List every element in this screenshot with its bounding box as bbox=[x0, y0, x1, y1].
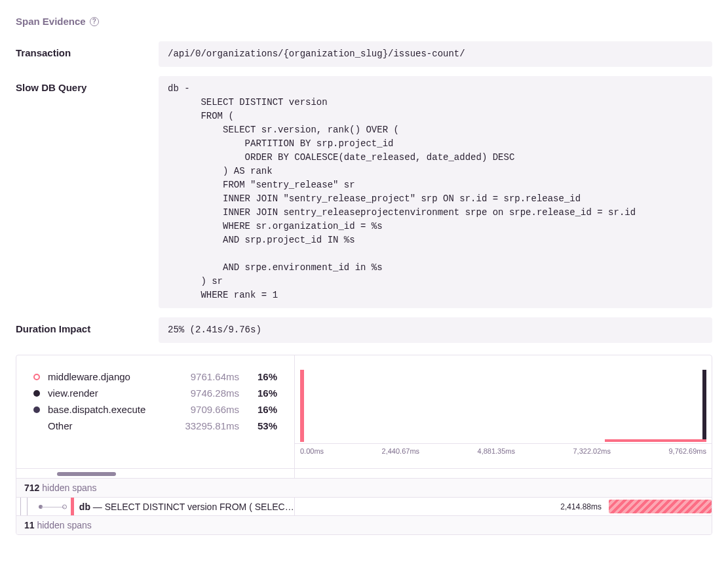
scrollbar-track[interactable] bbox=[16, 469, 295, 478]
hidden-label: hidden spans bbox=[35, 520, 92, 530]
legend-duration: 9746.28ms bbox=[167, 387, 239, 399]
field-value-transaction[interactable]: /api/0/organizations/{organization_slug}… bbox=[159, 41, 712, 67]
legend-item[interactable]: middleware.django 9761.64ms 16% bbox=[33, 371, 277, 382]
section-title: Span Evidence bbox=[16, 16, 86, 27]
chart-area bbox=[300, 370, 706, 442]
scrollbar-thumb[interactable] bbox=[57, 472, 116, 476]
legend-name: middleware.django bbox=[48, 371, 167, 382]
hidden-count: 712 bbox=[24, 483, 39, 493]
legend-dot-icon bbox=[33, 374, 40, 380]
axis-tick: 7,322.02ms bbox=[573, 447, 611, 455]
field-transaction: Transaction /api/0/organizations/{organi… bbox=[16, 41, 712, 67]
axis-tick: 4,881.35ms bbox=[478, 447, 515, 455]
span-row-right: 2,414.88ms bbox=[295, 498, 712, 515]
axis-tick: 9,762.69ms bbox=[668, 447, 706, 455]
field-label-slow-db: Slow DB Query bbox=[16, 76, 159, 93]
span-tree-icon bbox=[20, 498, 71, 515]
legend-duration: 33295.81ms bbox=[167, 420, 239, 431]
legend-name: Other bbox=[48, 420, 167, 431]
legend-item[interactable]: Other 33295.81ms 53% bbox=[33, 420, 277, 431]
axis-tick: 2,440.67ms bbox=[382, 447, 419, 455]
hidden-label: hidden spans bbox=[39, 483, 96, 493]
legend-percent: 16% bbox=[251, 387, 277, 399]
section-header: Span Evidence ? bbox=[16, 16, 712, 27]
field-label-transaction: Transaction bbox=[16, 41, 159, 58]
chart-panel[interactable]: 0.00ms 2,440.67ms 4,881.35ms 7,322.02ms … bbox=[295, 355, 712, 468]
span-duration: 2,414.88ms bbox=[560, 502, 602, 511]
legend-dot-icon bbox=[33, 390, 40, 397]
field-slow-db-query: Slow DB Query db - SELECT DISTINCT versi… bbox=[16, 76, 712, 308]
field-value-duration-impact[interactable]: 25% (2.41s/9.76s) bbox=[159, 317, 712, 343]
legend-duration: 9709.66ms bbox=[167, 404, 239, 415]
legend-percent: 16% bbox=[251, 404, 277, 415]
legend-item[interactable]: view.render 9746.28ms 16% bbox=[33, 387, 277, 399]
legend-percent: 53% bbox=[251, 420, 277, 431]
help-icon[interactable]: ? bbox=[90, 17, 99, 26]
span-op: db bbox=[79, 502, 90, 512]
waterfall-header: middleware.django 9761.64ms 16% view.ren… bbox=[16, 355, 712, 468]
legend-name: base.dispatch.execute bbox=[48, 404, 167, 415]
hidden-spans-row[interactable]: 11 hidden spans bbox=[16, 516, 712, 534]
span-desc: SELECT DISTINCT version FROM ( SELECT sr… bbox=[105, 502, 294, 512]
hidden-count: 11 bbox=[24, 520, 35, 530]
field-value-slow-db[interactable]: db - SELECT DISTINCT version FROM ( SELE… bbox=[159, 76, 712, 308]
hidden-spans-row[interactable]: 712 hidden spans bbox=[16, 479, 712, 498]
legend-dot-icon bbox=[33, 406, 40, 413]
axis-tick: 0.00ms bbox=[300, 447, 324, 455]
waterfall: middleware.django 9761.64ms 16% view.ren… bbox=[16, 355, 712, 535]
span-row[interactable]: db — SELECT DISTINCT version FROM ( SELE… bbox=[16, 498, 712, 516]
chart-axis: 0.00ms 2,440.67ms 4,881.35ms 7,322.02ms … bbox=[295, 443, 712, 458]
legend-panel: middleware.django 9761.64ms 16% view.ren… bbox=[16, 355, 295, 468]
chart-bar bbox=[300, 370, 304, 442]
span-sep: — bbox=[90, 502, 105, 512]
scrollbar-track-right bbox=[295, 469, 712, 478]
legend-name: view.render bbox=[48, 387, 167, 399]
span-bar[interactable] bbox=[609, 500, 712, 513]
span-label: db — SELECT DISTINCT version FROM ( SELE… bbox=[74, 502, 294, 512]
field-duration-impact: Duration Impact 25% (2.41s/9.76s) bbox=[16, 317, 712, 343]
legend-percent: 16% bbox=[251, 371, 277, 382]
span-row-left: db — SELECT DISTINCT version FROM ( SELE… bbox=[16, 498, 295, 515]
field-label-duration-impact: Duration Impact bbox=[16, 317, 159, 334]
legend-item[interactable]: base.dispatch.execute 9709.66ms 16% bbox=[33, 404, 277, 415]
tree-dot-open-icon bbox=[62, 504, 67, 509]
tree-line-icon bbox=[41, 507, 65, 507]
chart-bar-highlight bbox=[605, 439, 706, 442]
waterfall-scrollbar[interactable] bbox=[16, 468, 712, 479]
chart-bar bbox=[702, 370, 706, 442]
legend-dot-icon bbox=[33, 423, 40, 429]
legend-duration: 9761.64ms bbox=[167, 371, 239, 382]
